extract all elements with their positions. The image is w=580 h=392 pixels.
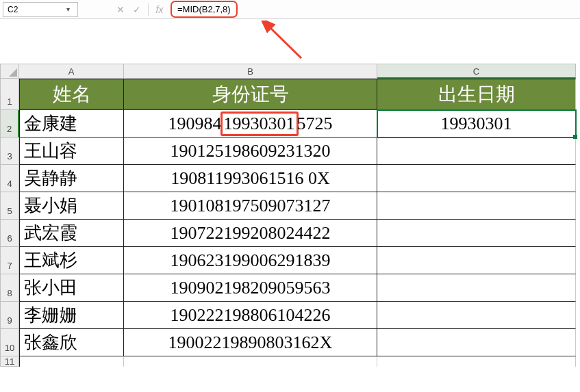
cell-b6[interactable]: 190722199208024422 (124, 220, 377, 247)
accept-button[interactable]: ✓ (129, 4, 145, 15)
row-header-4[interactable]: 4 (0, 165, 19, 192)
row-header-1[interactable]: 1 (0, 79, 19, 110)
cell-c9[interactable] (377, 302, 576, 329)
cell-a11[interactable] (19, 356, 124, 367)
cell-c7[interactable] (377, 247, 576, 274)
row-header-9[interactable]: 9 (0, 302, 19, 329)
cell-c2[interactable]: 19930301 (377, 110, 576, 138)
cell-c8[interactable] (377, 274, 576, 302)
id-suffix: 5725 (297, 114, 333, 134)
cancel-button[interactable]: ✕ (112, 4, 129, 15)
cell-c3[interactable] (377, 138, 576, 165)
row-header-5[interactable]: 5 (0, 192, 19, 220)
header-birth[interactable]: 出生日期 (377, 79, 576, 110)
cell-c5[interactable] (377, 192, 576, 220)
cell-b4[interactable]: 190811993061516 0X (124, 165, 377, 192)
cell-a3[interactable]: 王山容 (19, 138, 124, 165)
cell-a6[interactable]: 武宏霞 (19, 220, 124, 247)
annotation-arrow (0, 19, 580, 64)
col-header-b[interactable]: B (124, 64, 377, 79)
cell-b7[interactable]: 190623199006291839 (124, 247, 377, 274)
cell-a7[interactable]: 王斌杉 (19, 247, 124, 274)
cell-b2[interactable]: 190984199303015725 (124, 110, 377, 138)
row-header-3[interactable]: 3 (0, 138, 19, 165)
formula-input[interactable]: =MID(B2,7,8) (168, 1, 580, 18)
cell-a10[interactable]: 张鑫欣 (19, 329, 124, 356)
row-header-8[interactable]: 8 (0, 274, 19, 302)
id-prefix: 190984 (168, 114, 222, 134)
svg-line-0 (268, 26, 301, 58)
cell-a9[interactable]: 李姗姗 (19, 302, 124, 329)
cell-a5[interactable]: 聂小娟 (19, 192, 124, 220)
cell-b8[interactable]: 190902198209059563 (124, 274, 377, 302)
cell-a4[interactable]: 吴静静 (19, 165, 124, 192)
cell-c10[interactable] (377, 329, 576, 356)
cell-b5[interactable]: 190108197509073127 (124, 192, 377, 220)
name-box-dropdown-icon[interactable]: ▾ (62, 5, 73, 13)
formula-bar: C2 ▾ ✕ ✓ fx =MID(B2,7,8) (0, 0, 580, 19)
cell-c4[interactable] (377, 165, 576, 192)
col-header-a[interactable]: A (19, 64, 124, 79)
cell-b9[interactable]: 190222198806104226 (124, 302, 377, 329)
row-header-6[interactable]: 6 (0, 220, 19, 247)
cell-b3[interactable]: 190125198609231320 (124, 138, 377, 165)
cell-a8[interactable]: 张小田 (19, 274, 124, 302)
fx-button[interactable]: fx (151, 4, 168, 15)
row-header-10[interactable]: 10 (0, 329, 19, 356)
spreadsheet-grid[interactable]: A B C 1 姓名 身份证号 出生日期 2 金康建 1909841993030… (0, 64, 580, 367)
header-id[interactable]: 身份证号 (124, 79, 377, 110)
row-header-11[interactable]: 11 (0, 356, 19, 367)
cell-b10[interactable]: 19002219890803162X (124, 329, 377, 356)
cell-a2[interactable]: 金康建 (19, 110, 124, 138)
cell-b11[interactable] (124, 356, 377, 367)
select-all-corner[interactable] (0, 64, 19, 79)
row-header-2[interactable]: 2 (0, 110, 19, 138)
cell-c11[interactable] (377, 356, 576, 367)
name-box[interactable]: C2 ▾ (3, 2, 78, 17)
col-header-c[interactable]: C (377, 64, 576, 79)
formula-text: =MID(B2,7,8) (171, 1, 238, 18)
id-highlight: 19930301 (220, 112, 299, 136)
header-name[interactable]: 姓名 (19, 79, 124, 110)
cell-c6[interactable] (377, 220, 576, 247)
cell-reference: C2 (8, 5, 18, 14)
row-header-7[interactable]: 7 (0, 247, 19, 274)
separator (148, 3, 149, 16)
